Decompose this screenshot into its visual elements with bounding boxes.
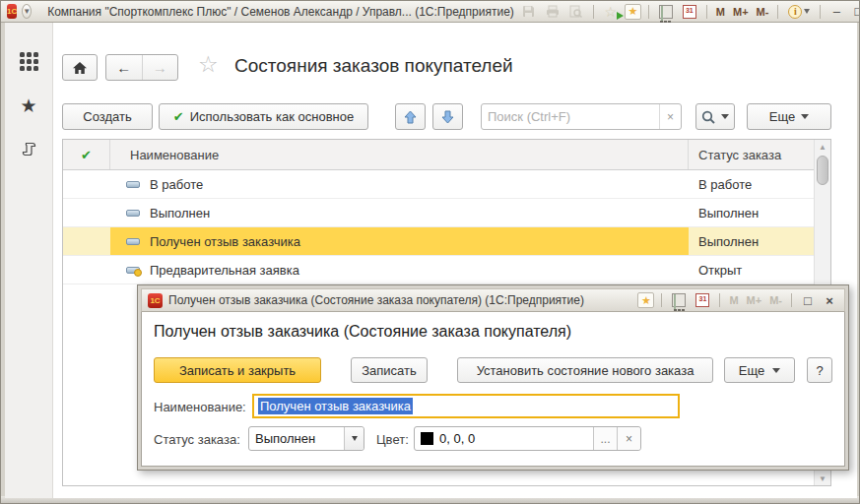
name-input[interactable]: Получен отзыв заказчика	[252, 394, 680, 418]
status-edit-dialog: 1С Получен отзыв заказчика (Состояние за…	[137, 284, 849, 471]
forward-button[interactable]: →	[143, 55, 178, 80]
memory-add-button: M+	[745, 291, 764, 309]
color-field-label: Цвет:	[376, 432, 409, 447]
search-field: ×	[481, 103, 682, 130]
system-menu-button[interactable]: ▼	[22, 4, 32, 19]
print-icon[interactable]	[543, 3, 562, 21]
arrow-up-icon	[404, 110, 417, 124]
scroll-up-icon[interactable]: ▲	[815, 140, 830, 154]
minimize-button[interactable]: –	[827, 3, 845, 21]
info-icon[interactable]: i	[785, 3, 813, 21]
calculator-icon[interactable]	[656, 3, 676, 21]
titlebar-separator	[648, 5, 649, 19]
dropdown-caret-icon	[801, 114, 809, 119]
dialog-titlebar[interactable]: 1С Получен отзыв заказчика (Состояние за…	[141, 288, 845, 312]
dialog-titlebar-icons: ★ 31 M M+ M- □ ×	[637, 291, 838, 309]
arrow-down-icon	[441, 110, 454, 124]
scrollbar-thumb[interactable]	[817, 156, 828, 185]
search-input[interactable]	[482, 109, 659, 124]
titlebar-separator	[777, 5, 778, 19]
memory-subtract-button: M-	[767, 291, 784, 309]
favorite-toggle-icon[interactable]: ☆	[198, 53, 219, 76]
favorites-icon[interactable]: ★	[625, 4, 641, 20]
main-menu-icon[interactable]	[20, 52, 38, 71]
calculator-icon[interactable]	[669, 291, 689, 309]
table-row[interactable]: Предварительная заявка Открыт	[63, 256, 830, 284]
move-down-button[interactable]	[432, 103, 463, 130]
table-row[interactable]: Выполнен Выполнен	[63, 199, 830, 227]
memory-add-button[interactable]: M+	[731, 3, 751, 21]
dialog-more-button[interactable]: Еще	[724, 357, 795, 383]
order-status-select[interactable]: Выполнен	[248, 426, 364, 451]
use-as-main-button[interactable]: ✔ Использовать как основное	[159, 103, 368, 130]
check-icon: ✔	[81, 148, 92, 162]
set-new-order-state-button[interactable]: Установить состояние нового заказа	[457, 357, 713, 383]
close-button[interactable]: ×	[821, 291, 838, 309]
navigation-buttons: ← →	[105, 54, 178, 81]
calendar-icon[interactable]: 31	[680, 3, 699, 21]
back-button[interactable]: ←	[106, 55, 143, 80]
header-status-column[interactable]: Статус заказа	[689, 140, 830, 169]
titlebar-icons: ☆ ★ 31 M M+ M- i – □ ×	[519, 3, 860, 21]
header-check-column[interactable]: ✔	[63, 140, 110, 169]
favorites-icon[interactable]: ★	[637, 292, 654, 308]
catalog-item-icon	[126, 238, 140, 245]
dialog-heading: Получен отзыв заказчика (Состояние заказ…	[154, 323, 571, 341]
window-title: Компания "Спорткомплекс Плюс" / Семенов …	[47, 5, 514, 19]
create-button[interactable]: Создать	[62, 103, 153, 130]
header-name-column[interactable]: Наименование	[110, 140, 689, 169]
selected-text: Получен отзыв заказчика	[258, 398, 413, 414]
home-button[interactable]	[62, 54, 98, 81]
color-field[interactable]: 0, 0, 0 ... ×	[414, 426, 641, 451]
combo-dropdown-button[interactable]	[344, 427, 364, 450]
maximize-button[interactable]: □	[849, 3, 860, 21]
maximize-button[interactable]: □	[799, 291, 817, 309]
search-clear-icon[interactable]: ×	[659, 104, 681, 129]
print-preview-icon[interactable]	[566, 3, 586, 21]
page-title: Состояния заказов покупателей	[234, 55, 513, 77]
dropdown-caret-icon	[772, 368, 780, 373]
1c-logo-icon: 1С	[148, 293, 163, 308]
color-picker-button[interactable]: ...	[593, 427, 617, 450]
list-header: ✔ Наименование Статус заказа	[63, 140, 830, 170]
titlebar-separator	[706, 5, 707, 19]
dialog-body: Получен отзыв заказчика (Состояние заказ…	[141, 312, 845, 467]
catalog-item-icon	[126, 210, 140, 217]
color-swatch	[421, 432, 433, 445]
tool-panel: ★	[5, 23, 53, 498]
add-favorite-icon[interactable]: ☆	[601, 3, 621, 21]
memory-recall-button: M	[727, 291, 740, 309]
titlebar-separator	[593, 5, 594, 19]
memory-subtract-button[interactable]: M-	[755, 3, 771, 21]
move-up-button[interactable]	[395, 103, 426, 130]
home-icon	[72, 61, 88, 75]
memory-recall-button[interactable]: M	[714, 3, 727, 21]
save-button[interactable]: Записать	[351, 357, 428, 383]
predefined-item-icon	[126, 267, 140, 274]
magnifier-icon	[701, 110, 715, 124]
more-button[interactable]: Еще	[747, 103, 831, 130]
table-row[interactable]: В работе В работе	[63, 170, 830, 199]
table-row-selected[interactable]: Получен отзыв заказчика Выполнен	[63, 227, 830, 256]
color-clear-button[interactable]: ×	[617, 427, 640, 450]
1c-logo-icon: 1С	[7, 4, 17, 19]
save-and-close-button[interactable]: Записать и закрыть	[154, 357, 321, 383]
history-icon[interactable]	[21, 141, 37, 158]
name-field-label: Наименование:	[154, 400, 246, 414]
find-button[interactable]	[695, 103, 735, 130]
favorites-panel-icon[interactable]: ★	[20, 96, 36, 115]
save-icon[interactable]	[519, 3, 539, 21]
app-window: 1С ▼ Компания "Спорткомплекс Плюс" / Сем…	[0, 0, 860, 504]
scroll-down-icon[interactable]: ▼	[815, 472, 830, 485]
titlebar[interactable]: 1С ▼ Компания "Спорткомплекс Плюс" / Сем…	[1, 1, 860, 23]
help-button[interactable]: ?	[807, 357, 832, 383]
titlebar-separator	[820, 5, 821, 19]
check-icon: ✔	[173, 109, 184, 124]
catalog-item-icon	[126, 181, 140, 188]
status-field-label: Статус заказа:	[154, 432, 240, 447]
calendar-icon[interactable]: 31	[693, 291, 712, 309]
dropdown-caret-icon	[721, 114, 729, 119]
dialog-window-title: Получен отзыв заказчика (Состояние заказ…	[168, 293, 584, 307]
